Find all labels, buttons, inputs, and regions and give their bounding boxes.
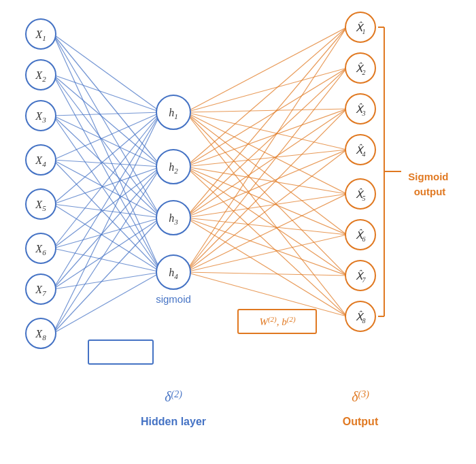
svg-line-13 bbox=[53, 160, 161, 167]
svg-line-14 bbox=[53, 160, 161, 218]
output-layer: X̂1 X̂2 X̂3 X̂4 X̂5 X̂6 X̂7 X̂8 bbox=[345, 12, 375, 331]
svg-line-45 bbox=[186, 167, 347, 235]
svg-line-56 bbox=[186, 27, 347, 272]
svg-line-8 bbox=[53, 112, 161, 116]
svg-line-7 bbox=[53, 75, 161, 272]
sigmoid-output-label: Sigmoid output bbox=[408, 171, 451, 197]
svg-line-9 bbox=[53, 116, 161, 167]
input-hidden-connections bbox=[53, 34, 161, 333]
svg-line-32 bbox=[186, 27, 347, 112]
svg-line-36 bbox=[186, 112, 347, 194]
svg-line-62 bbox=[186, 272, 347, 276]
weight-box-1 bbox=[88, 340, 153, 364]
svg-line-51 bbox=[186, 150, 347, 218]
delta2-label: δ(2) bbox=[165, 389, 182, 404]
delta3-label: δ(3) bbox=[352, 389, 369, 404]
svg-line-50 bbox=[186, 109, 347, 218]
sigmoid-label: sigmoid bbox=[156, 293, 191, 305]
svg-line-31 bbox=[53, 272, 161, 333]
svg-line-28 bbox=[53, 112, 161, 333]
svg-line-30 bbox=[53, 218, 161, 333]
svg-line-44 bbox=[186, 167, 347, 194]
svg-line-29 bbox=[53, 167, 161, 333]
input-layer: X1 X2 X3 X4 X5 X6 X7 X8 bbox=[26, 19, 56, 348]
svg-line-40 bbox=[186, 27, 347, 167]
svg-line-27 bbox=[53, 272, 161, 289]
svg-line-4 bbox=[53, 75, 161, 112]
weight-label-2: W(2), b(2) bbox=[259, 315, 295, 327]
output-label: Output bbox=[343, 416, 379, 427]
svg-line-58 bbox=[186, 109, 347, 272]
hidden-layer: h1 h2 h3 h4 bbox=[156, 95, 190, 289]
network-diagram: .blue-line { stroke: #4472C4; stroke-wid… bbox=[0, 0, 476, 464]
svg-line-10 bbox=[53, 116, 161, 218]
svg-line-48 bbox=[186, 27, 347, 218]
svg-line-23 bbox=[53, 248, 161, 272]
hidden-output-connections bbox=[186, 27, 347, 316]
svg-line-38 bbox=[186, 112, 347, 276]
svg-line-46 bbox=[186, 167, 347, 276]
svg-line-34 bbox=[186, 109, 347, 112]
hidden-layer-label: Hidden layer bbox=[141, 416, 206, 427]
